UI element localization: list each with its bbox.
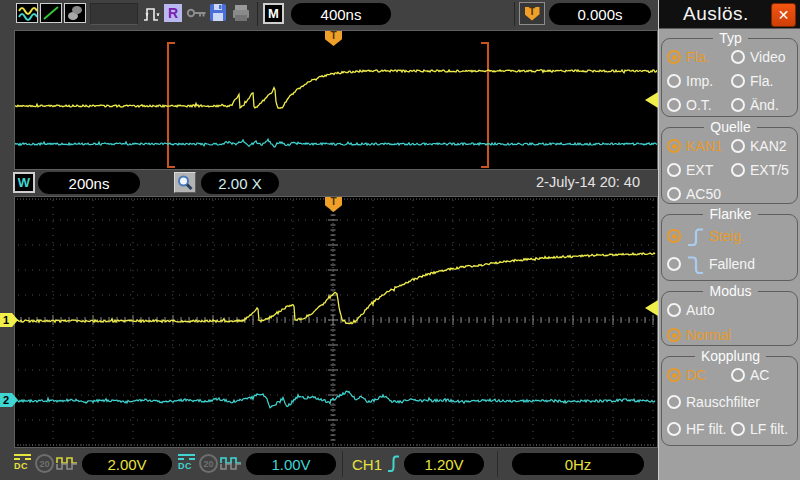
- option-type-alternate[interactable]: Änd.: [731, 95, 794, 115]
- datetime-readout: 2-July-14 20: 40: [480, 174, 640, 190]
- option-label: AC: [750, 367, 769, 383]
- trigger-level-readout: 1.20V: [404, 453, 484, 475]
- option-coupling-lf-filter[interactable]: LF filt.: [731, 419, 794, 439]
- option-type-ot[interactable]: O.T.: [667, 95, 731, 115]
- ch2-coupling-icon: DC: [178, 454, 195, 471]
- top-status-bar: R M 400ns T 0.000s: [0, 0, 658, 28]
- option-type-video[interactable]: Video: [731, 47, 794, 67]
- option-coupling-hf-filter[interactable]: HF filt.: [667, 419, 731, 439]
- group-legend: Typ: [713, 30, 748, 46]
- pulse-acquire-icon: [142, 3, 162, 24]
- lock-key-icon: [186, 6, 208, 20]
- channel-waveforms-icon: [16, 3, 38, 23]
- ch1-bandwidth-icon: 20: [35, 454, 54, 473]
- group-trigger-slope: Flanke Steig. Fallend: [661, 206, 798, 281]
- radio-icon: [731, 422, 745, 436]
- radio-icon: [667, 395, 681, 409]
- main-waveform-window: [14, 196, 658, 448]
- group-legend: Quelle: [704, 119, 756, 135]
- option-label: Fla.: [750, 73, 773, 89]
- zoom-factor-readout: 2.00 X: [201, 172, 279, 194]
- radio-icon: [667, 422, 681, 436]
- magnifier-icon: [176, 174, 194, 192]
- overview-waveform-window: [14, 30, 658, 170]
- trigger-slope-icon: [386, 453, 401, 475]
- option-label: HF filt.: [686, 421, 726, 437]
- option-slope-falling[interactable]: Fallend: [667, 251, 794, 277]
- radio-icon: [667, 74, 681, 88]
- option-type-edge[interactable]: Fla.: [667, 47, 731, 67]
- empty-slot: [90, 3, 138, 25]
- option-label: AC50: [686, 186, 721, 202]
- option-mode-normal[interactable]: Normal: [667, 325, 794, 345]
- oscilloscope-screen: { "colors":{"ch1_yellow":"#f0ee4a","ch2_…: [0, 0, 800, 480]
- option-label: Steig.: [709, 228, 745, 244]
- divider: [497, 451, 498, 477]
- radio-icon: [667, 303, 681, 317]
- radio-icon: [667, 139, 681, 153]
- ch2-bandwidth-icon: 20: [199, 454, 218, 473]
- radio-icon: [667, 163, 681, 177]
- radio-icon: [667, 187, 681, 201]
- main-graticule-and-traces: [15, 197, 657, 447]
- option-label: EXT/5: [750, 162, 789, 178]
- trigger-menu-panel: Auslös. ✕ Typ Fla. Video Imp. Fla. O.T. …: [658, 0, 800, 480]
- option-source-kan1[interactable]: KAN1: [667, 136, 731, 156]
- trigger-time-readout: 0.000s: [549, 3, 651, 25]
- ch2-probe-icon: [220, 456, 242, 472]
- radio-icon: [731, 98, 745, 112]
- option-coupling-dc[interactable]: DC: [667, 365, 731, 385]
- option-source-ext[interactable]: EXT: [667, 160, 731, 180]
- option-label: Auto: [686, 302, 715, 318]
- radio-icon: [731, 139, 745, 153]
- option-source-kan2[interactable]: KAN2: [731, 136, 794, 156]
- window-badge: W: [13, 172, 35, 193]
- print-icon[interactable]: [231, 3, 252, 23]
- radio-icon: [667, 328, 681, 342]
- trigger-level-arrow-upper[interactable]: [645, 92, 658, 108]
- menu-title: Auslös.: [659, 3, 749, 25]
- trigger-source-label: CH1: [352, 456, 382, 473]
- option-coupling-noise-filter[interactable]: Rauschfilter: [667, 392, 794, 412]
- bottom-status-bar: DC 20 2.00V DC 20 1.00V CH1 1.20V 0Hz: [0, 448, 658, 480]
- option-label: Rauschfilter: [686, 394, 760, 410]
- radio-icon: [667, 368, 681, 382]
- option-label: KAN2: [750, 138, 787, 154]
- thumbnail-icon: [64, 3, 86, 23]
- radio-icon: [731, 50, 745, 64]
- overview-traces: [15, 31, 657, 169]
- option-label: Fla.: [686, 49, 709, 65]
- option-mode-auto[interactable]: Auto: [667, 300, 794, 320]
- group-legend: Modus: [703, 283, 757, 299]
- window-zoom-bar: W 200ns 2.00 X 2-July-14 20: 40: [0, 170, 658, 196]
- trace: [15, 139, 657, 147]
- radio-icon: [667, 229, 681, 243]
- group-legend: Flanke: [703, 206, 757, 222]
- option-label: Normal: [686, 327, 731, 343]
- group-trigger-mode: Modus Auto Normal: [661, 283, 798, 346]
- group-trigger-source: Quelle KAN1 KAN2 EXT EXT/5 AC50: [661, 119, 798, 204]
- option-coupling-ac[interactable]: AC: [731, 365, 794, 385]
- zoom-button[interactable]: [174, 172, 196, 193]
- option-source-ac50[interactable]: AC50: [667, 184, 731, 204]
- option-type-pulse[interactable]: Imp.: [667, 71, 731, 91]
- group-legend: Kopplung: [695, 348, 766, 364]
- divider: [342, 451, 343, 477]
- window-timebase-readout: 200ns: [38, 172, 140, 194]
- trigger-level-arrow-lower[interactable]: [645, 300, 658, 316]
- close-button[interactable]: ✕: [771, 3, 796, 27]
- rising-edge-icon: [686, 225, 704, 248]
- save-icon[interactable]: [209, 3, 228, 23]
- option-slope-rising[interactable]: Steig.: [667, 223, 794, 249]
- radio-icon: [667, 50, 681, 64]
- option-type-slope[interactable]: Fla.: [731, 71, 794, 91]
- option-label: Fallend: [709, 256, 755, 272]
- menu-header: Auslös. ✕: [659, 0, 800, 29]
- option-label: DC: [686, 367, 706, 383]
- trigger-badge-box: T: [519, 2, 545, 25]
- option-label: EXT: [686, 162, 713, 178]
- option-label: KAN1: [686, 138, 723, 154]
- ch2-coupling-label: DC: [178, 461, 195, 471]
- zoom-window-right-bracket[interactable]: [481, 43, 488, 167]
- option-source-ext5[interactable]: EXT/5: [731, 160, 794, 180]
